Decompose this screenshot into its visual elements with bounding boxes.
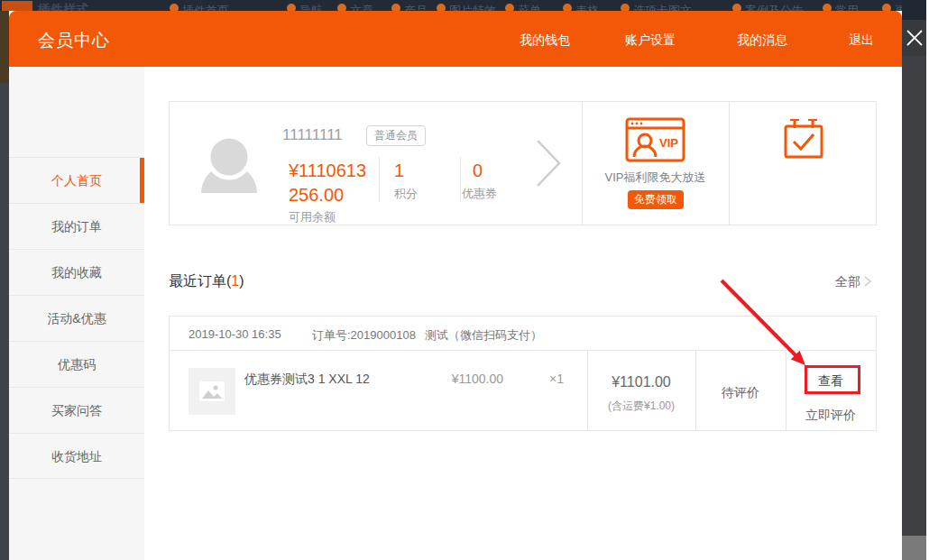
chevron-right-icon[interactable] bbox=[534, 137, 563, 189]
nav-dot-icon bbox=[391, 4, 400, 11]
profile-summary-card bbox=[169, 101, 877, 225]
sidebar-item-shipping-address[interactable]: 收货地址 bbox=[9, 433, 144, 479]
recent-orders-title: 最近订单(1) bbox=[169, 272, 244, 291]
background-left-edge-accent bbox=[0, 11, 9, 83]
topbar-brand: 插件样式 bbox=[38, 2, 88, 11]
topbar-item[interactable]: 常用 bbox=[835, 3, 859, 11]
sidebar-item-coupon-code[interactable]: 优惠码 bbox=[9, 341, 144, 387]
nav-dot-icon bbox=[505, 4, 514, 11]
view-all-link[interactable]: 全部 bbox=[812, 274, 871, 290]
sidebar-item-my-orders[interactable]: 我的订单 bbox=[9, 203, 144, 249]
product-quantity: ×1 bbox=[549, 372, 564, 386]
topbar-item[interactable]: 菜单 bbox=[518, 3, 541, 11]
nav-dot-icon bbox=[732, 4, 741, 11]
image-placeholder-icon bbox=[198, 381, 225, 402]
background-left-edge bbox=[0, 11, 9, 560]
header-nav-account-settings[interactable]: 账户设置 bbox=[625, 32, 676, 49]
background-topbar: 插件样式 插件首页 导航 文章 产品 图片特效 菜单 表格 选项卡图文 案例及公… bbox=[0, 0, 929, 11]
topbar-item[interactable]: 图片特效 bbox=[449, 3, 496, 11]
product-name[interactable]: 优惠券测试3 1 XXL 12 bbox=[244, 372, 370, 388]
chevron-right-icon bbox=[864, 276, 871, 287]
close-icon bbox=[904, 27, 925, 49]
sidebar-item-personal-home[interactable]: 个人首页 bbox=[9, 157, 144, 203]
review-now-link[interactable]: 立即评价 bbox=[786, 408, 876, 424]
nav-dot-icon bbox=[287, 4, 296, 11]
balance-value[interactable]: ¥1110613 256.00 bbox=[289, 159, 379, 207]
nav-dot-icon bbox=[170, 4, 179, 11]
divider bbox=[379, 157, 380, 202]
nav-dot-icon bbox=[437, 4, 446, 11]
nav-dot-icon bbox=[621, 4, 630, 11]
background-right-overlay bbox=[902, 0, 926, 560]
topbar-item[interactable]: 产品 bbox=[404, 3, 428, 11]
sidebar: 个人首页 我的订单 我的收藏 活动&优惠 优惠码 买家问答 收货地址 bbox=[9, 67, 144, 560]
divider bbox=[587, 351, 588, 430]
divider bbox=[460, 157, 461, 202]
header-nav-logout[interactable]: 退出 bbox=[849, 32, 874, 49]
divider bbox=[582, 102, 583, 225]
order-datetime: 2019-10-30 16:35 bbox=[189, 327, 281, 341]
order-status: 待评价 bbox=[695, 385, 786, 401]
nav-dot-icon bbox=[563, 4, 572, 11]
header-nav-wallet[interactable]: 我的钱包 bbox=[520, 32, 570, 49]
topbar-item[interactable]: 文章 bbox=[350, 3, 373, 11]
username: 11111111 bbox=[282, 126, 343, 144]
order-total: ¥1101.00 bbox=[587, 374, 695, 390]
sidebar-item-activities[interactable]: 活动&优惠 bbox=[9, 295, 144, 341]
product-thumbnail[interactable] bbox=[189, 368, 235, 415]
page-title: 会员中心 bbox=[38, 29, 110, 52]
sidebar-item-buyer-qa[interactable]: 买家问答 bbox=[9, 387, 144, 433]
coupons-label: 优惠券 bbox=[462, 186, 497, 202]
vip-benefit-icon: VIP bbox=[625, 117, 685, 162]
points-value[interactable]: 1 bbox=[394, 161, 404, 181]
order-payment-method: 测试（微信扫码支付） bbox=[425, 327, 542, 344]
order-number: 订单号:2019000108 bbox=[312, 327, 416, 344]
header-nav-messages[interactable]: 我的消息 bbox=[737, 32, 787, 49]
nav-dot-icon bbox=[337, 4, 346, 11]
vip-benefit-title: VIP福利限免大放送 bbox=[589, 170, 722, 186]
order-header: 2019-10-30 16:35 订单号:2019000108 测试（微信扫码支… bbox=[170, 317, 876, 351]
product-price: ¥1100.00 bbox=[449, 372, 503, 386]
balance-label: 可用余额 bbox=[289, 209, 336, 225]
nav-dot-icon bbox=[882, 4, 891, 11]
sidebar-item-my-favorites[interactable]: 我的收藏 bbox=[9, 249, 144, 295]
coupons-value[interactable]: 0 bbox=[473, 161, 483, 181]
site-logo bbox=[2, 1, 32, 11]
topbar-item[interactable]: 表格 bbox=[575, 3, 599, 11]
order-total-note: (含运费¥1.00) bbox=[587, 399, 695, 414]
vip-icon-text: VIP bbox=[659, 136, 678, 150]
member-level-badge: 普通会员 bbox=[366, 125, 426, 146]
avatar bbox=[200, 135, 258, 193]
order-count: 1 bbox=[231, 273, 239, 289]
topbar-item[interactable]: 导航 bbox=[299, 3, 323, 11]
topbar-item[interactable]: 案例及公告 bbox=[745, 3, 804, 11]
sign-in-calendar-icon[interactable] bbox=[783, 117, 824, 161]
page: 插件样式 插件首页 导航 文章 产品 图片特效 菜单 表格 选项卡图文 案例及公… bbox=[0, 0, 929, 560]
nav-dot-icon bbox=[823, 4, 832, 11]
topbar-item[interactable]: 选项卡图文 bbox=[633, 3, 692, 11]
points-label: 积分 bbox=[394, 186, 418, 202]
member-center-header: 会员中心 我的钱包 账户设置 我的消息 退出 bbox=[9, 11, 902, 67]
background-right-top bbox=[902, 0, 926, 20]
topbar-item[interactable]: 插件首页 bbox=[182, 3, 229, 11]
free-claim-button[interactable]: 免费领取 bbox=[628, 190, 684, 209]
close-button[interactable] bbox=[902, 20, 926, 56]
divider bbox=[729, 102, 730, 225]
background-right-bottom-block bbox=[902, 536, 926, 560]
order-card: 2019-10-30 16:35 订单号:2019000108 测试（微信扫码支… bbox=[169, 316, 877, 431]
annotation-highlight-box bbox=[805, 365, 860, 394]
